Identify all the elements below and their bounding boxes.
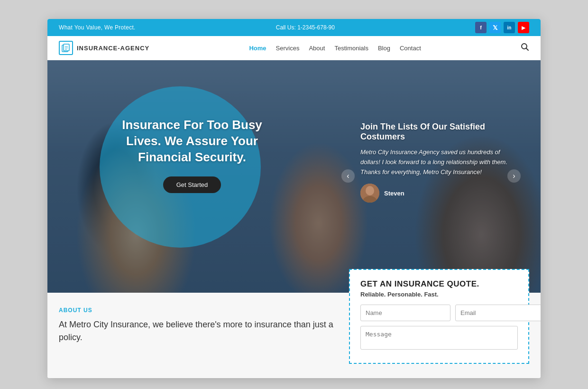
nav-services[interactable]: Services [276,45,300,52]
nav-about[interactable]: About [309,45,325,52]
logo: INSURANCE-AGENCY [59,41,149,55]
quote-form: GET AN INSURANCE QUOTE. Reliable. Person… [349,269,529,364]
testimonial-author: Steven [360,184,512,203]
tagline: What You Value, We Protect. [59,24,136,31]
testimonial-text: Metro City Insurance Agency saved us hun… [360,148,512,177]
logo-icon [59,41,73,55]
linkedin-icon[interactable]: in [504,22,515,33]
youtube-icon[interactable]: ▶ [518,22,529,33]
about-text: At Metro City Insurance, we believe ther… [59,318,335,344]
svg-line-6 [526,48,528,51]
top-bar: What You Value, We Protect. Call Us: 1-2… [47,19,541,36]
nav-home[interactable]: Home [249,45,266,52]
nav-blog[interactable]: Blog [378,45,390,52]
logo-text: INSURANCE-AGENCY [77,45,149,52]
nav-menu: Home Services About Testimonials Blog Co… [249,44,421,52]
nav-testimonials[interactable]: Testimonials [334,45,368,52]
search-icon[interactable] [521,43,529,53]
navbar: INSURANCE-AGENCY Home Services About Tes… [47,36,541,60]
hero-section: Insurance For Too Busy Lives. We Assure … [47,60,541,293]
about-column: ABOUT US At Metro City Insurance, we bel… [59,307,349,364]
testimonial-box: Join The Lists Of Our Satisfied Costumer… [360,122,512,203]
author-avatar [360,184,379,203]
quote-form-title: GET AN INSURANCE QUOTE. [360,279,518,289]
about-label: ABOUT US [59,307,335,314]
quote-form-subtitle: Reliable. Personable. Fast. [360,291,518,298]
email-input[interactable] [455,305,541,321]
twitter-icon[interactable]: 𝕏 [489,22,501,33]
svg-point-8 [366,186,374,195]
hero-heading: Insurance For Too Busy Lives. We Assure … [121,117,263,165]
quote-form-row-1 [360,305,518,321]
get-started-button[interactable]: Get Started [163,176,221,193]
hero-text-box: Insurance For Too Busy Lives. We Assure … [121,117,263,193]
testimonial-title: Join The Lists Of Our Satisfied Costumer… [360,122,512,142]
facebook-icon[interactable]: f [475,22,487,33]
phone-number: Call Us: 1-2345-678-90 [276,24,335,31]
author-name: Steven [384,190,404,197]
social-links: f 𝕏 in ▶ [475,22,529,33]
carousel-prev-button[interactable]: ‹ [341,169,355,183]
bottom-section: ABOUT US At Metro City Insurance, we bel… [47,293,541,378]
name-input[interactable] [360,305,450,321]
svg-rect-1 [64,44,69,51]
nav-contact[interactable]: Contact [400,45,421,52]
message-input[interactable] [360,326,518,350]
